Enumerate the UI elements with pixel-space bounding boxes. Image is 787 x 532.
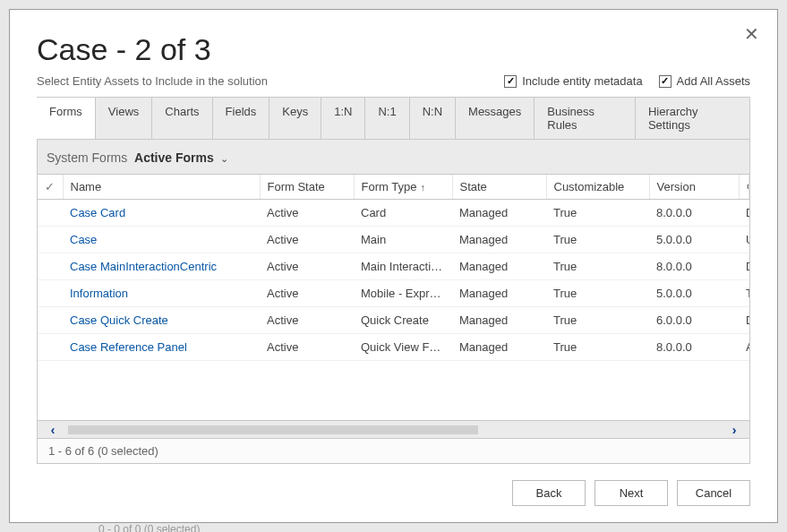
forms-grid: ✓ Name Form State Form Type↑ State Custo… (38, 174, 749, 463)
cell-version: 5.0.0.0 (649, 280, 739, 307)
page-subtitle: Select Entity Assets to Include in the s… (37, 74, 268, 88)
cell-desc: Upd (739, 227, 749, 253)
page-title: Case - 2 of 3 (37, 32, 750, 67)
add-all-assets-checkbox[interactable]: Add All Assets (659, 74, 750, 88)
back-button[interactable]: Back (512, 480, 586, 506)
tab-business-rules[interactable]: Business Rules (535, 98, 636, 139)
background-pager-text: 0 - 0 of 0 (0 selected) (98, 523, 200, 532)
cell-form-state: Active (260, 307, 354, 334)
cell-form-type: Quick View Form (354, 334, 452, 361)
cell-customizable: True (546, 307, 649, 334)
chevron-down-icon: ⌄ (220, 153, 228, 164)
cell-form-state: Active (260, 227, 354, 253)
cell-version: 5.0.0.0 (649, 227, 739, 253)
tab-n1[interactable]: N:1 (365, 98, 409, 139)
horizontal-scrollbar[interactable]: ‹ › (38, 420, 749, 438)
table-row[interactable]: Case MainInteractionCentricActiveMain In… (38, 253, 749, 280)
close-icon[interactable]: ✕ (744, 23, 759, 45)
checkbox-label: Include entity metadata (522, 74, 642, 88)
table-row[interactable]: Case Reference PanelActiveQuick View For… (38, 334, 749, 361)
col-state[interactable]: State (452, 175, 546, 200)
current-view-label: Active Forms (134, 150, 214, 165)
cell-customizable: True (546, 227, 649, 253)
tab-1n[interactable]: 1:N (321, 98, 365, 139)
scroll-thumb[interactable] (68, 425, 478, 434)
tab-keys[interactable]: Keys (269, 98, 321, 139)
scroll-track[interactable] (68, 425, 719, 434)
tab-messages[interactable]: Messages (456, 98, 535, 139)
modal-footer: Back Next Cancel (10, 464, 777, 522)
form-name-link[interactable]: Case Reference Panel (70, 340, 187, 354)
checkbox-label: Add All Assets (677, 74, 750, 88)
col-form-type[interactable]: Form Type↑ (354, 175, 452, 200)
tab-forms[interactable]: Forms (37, 98, 96, 139)
row-select[interactable] (38, 253, 63, 280)
include-metadata-checkbox[interactable]: Include entity metadata (504, 74, 642, 88)
form-name-link[interactable]: Case (70, 233, 97, 246)
row-select[interactable] (38, 307, 63, 334)
row-select[interactable] (38, 280, 63, 307)
scroll-left-icon[interactable]: ‹ (38, 423, 68, 437)
tab-nn[interactable]: N:N (410, 98, 456, 139)
cell-state: Managed (452, 227, 546, 253)
tab-views[interactable]: Views (96, 98, 152, 139)
grid-panel: System Forms Active Forms ⌄ (37, 140, 750, 464)
row-select[interactable] (38, 334, 63, 361)
cell-form-type: Main (354, 227, 452, 253)
entity-assets-modal: ✕ Case - 2 of 3 Select Entity Assets to … (9, 9, 778, 523)
cell-desc: This (739, 280, 749, 307)
cell-customizable: True (546, 253, 649, 280)
cell-customizable: True (546, 280, 649, 307)
next-button[interactable]: Next (595, 480, 668, 506)
form-name-link[interactable]: Case Quick Create (70, 313, 168, 327)
scroll-right-icon[interactable]: › (719, 423, 749, 437)
cell-version: 8.0.0.0 (649, 253, 739, 280)
cell-form-state: Active (260, 200, 354, 227)
cell-version: 8.0.0.0 (649, 200, 739, 227)
cell-form-type: Quick Create (354, 307, 452, 334)
refresh-icon: ⟳ (747, 180, 749, 193)
cell-form-state: Active (260, 334, 354, 361)
cell-form-type: Mobile - Express (354, 280, 452, 307)
cell-version: 8.0.0.0 (649, 334, 739, 361)
cell-state: Managed (452, 307, 546, 334)
system-forms-label: System Forms (47, 150, 127, 165)
table-row[interactable]: Case Quick CreateActiveQuick CreateManag… (38, 307, 749, 334)
cell-desc: A fo (739, 334, 749, 361)
sort-asc-icon: ↑ (420, 182, 425, 193)
row-select[interactable] (38, 227, 63, 253)
view-selector[interactable]: System Forms Active Forms ⌄ (38, 140, 749, 174)
cell-form-state: Active (260, 280, 354, 307)
row-select[interactable] (38, 200, 63, 227)
tab-fields[interactable]: Fields (213, 98, 270, 139)
entity-tabs: Forms Views Charts Fields Keys 1:N N:1 N… (37, 97, 750, 140)
cell-desc: Def (739, 253, 749, 280)
table-row[interactable]: Case CardActiveCardManagedTrue8.0.0.0Def (38, 200, 749, 227)
cell-form-type: Main Interaction... (354, 253, 452, 280)
cell-desc: Def (739, 307, 749, 334)
form-name-link[interactable]: Information (70, 287, 128, 300)
col-form-state[interactable]: Form State (260, 175, 354, 200)
col-version[interactable]: Version (649, 175, 739, 200)
cancel-button[interactable]: Cancel (677, 480, 750, 506)
cell-desc: Def (739, 200, 749, 227)
cell-customizable: True (546, 200, 649, 227)
checkbox-icon (659, 75, 672, 88)
cell-state: Managed (452, 200, 546, 227)
tab-charts[interactable]: Charts (152, 98, 212, 139)
cell-state: Managed (452, 253, 546, 280)
col-name[interactable]: Name (63, 175, 260, 200)
cell-version: 6.0.0.0 (649, 307, 739, 334)
table-row[interactable]: InformationActiveMobile - ExpressManaged… (38, 280, 749, 307)
tab-hierarchy-settings[interactable]: Hierarchy Settings (636, 98, 750, 139)
select-all-header[interactable]: ✓ (38, 175, 63, 200)
cell-form-state: Active (260, 253, 354, 280)
checkbox-icon (504, 75, 517, 88)
col-refresh[interactable]: ⟳ (739, 175, 749, 200)
form-name-link[interactable]: Case MainInteractionCentric (70, 260, 217, 273)
col-customizable[interactable]: Customizable (546, 175, 649, 200)
table-row[interactable]: CaseActiveMainManagedTrue5.0.0.0Upd (38, 227, 749, 253)
cell-form-type: Card (354, 200, 452, 227)
form-name-link[interactable]: Case Card (70, 206, 125, 219)
subtitle-row: Select Entity Assets to Include in the s… (37, 74, 750, 88)
